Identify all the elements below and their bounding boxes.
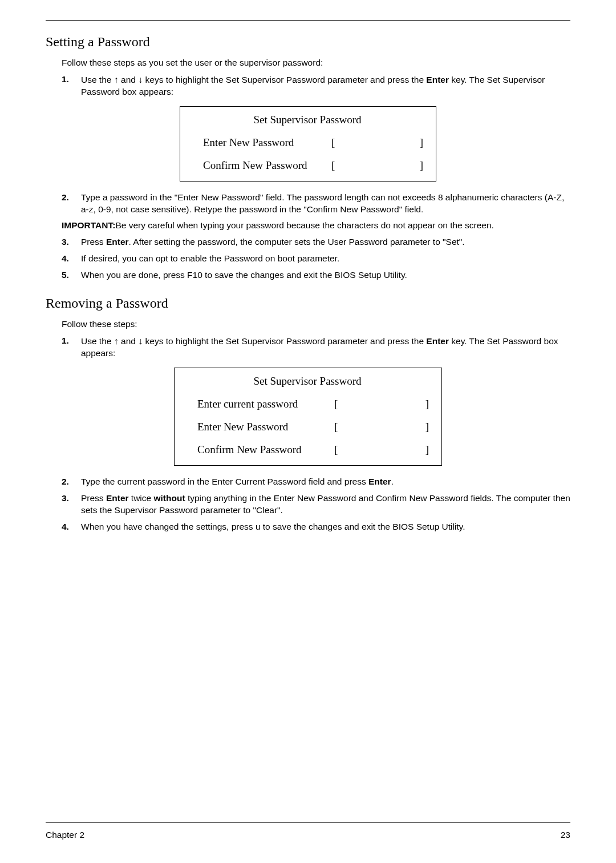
s2-step-4: 4. When you have changed the settings, p… (62, 521, 570, 533)
dialog-row-confirm-new: Confirm New Password [ ] (197, 443, 429, 456)
s2-step-3: 3. Press Enter twice without typing anyt… (62, 493, 570, 517)
step-number: 1. (62, 335, 79, 360)
heading-setting-password: Setting a Password (46, 34, 570, 50)
step-number: 4. (62, 521, 79, 533)
step-number: 2. (62, 192, 79, 216)
intro-removing: Follow these steps: (62, 319, 570, 329)
step-body: Use the ↑ and ↓ keys to highlight the Se… (81, 335, 570, 360)
enter-key: Enter (106, 237, 129, 247)
dialog-row-enter-new: Enter New Password [ ] (203, 136, 423, 149)
important-note: IMPORTANT:Be very careful when typing yo… (62, 220, 570, 231)
step-number: 2. (62, 476, 79, 488)
step-body: Type a password in the "Enter New Passwo… (81, 192, 570, 216)
bracket-close-icon: ] (416, 159, 423, 172)
bottom-rule (46, 822, 570, 823)
s1-step-4: 4. If desired, you can opt to enable the… (62, 253, 570, 265)
intro-setting: Follow these steps as you set the user o… (62, 58, 570, 68)
s1-step-5: 5. When you are done, press F10 to save … (62, 269, 570, 281)
page-footer: Chapter 2 23 (46, 811, 570, 840)
step-number: 4. (62, 253, 79, 265)
dialog-title: Set Supervisor Password (186, 375, 429, 388)
footer-chapter: Chapter 2 (46, 830, 84, 840)
step-body: If desired, you can opt to enable the Pa… (81, 253, 570, 265)
dialog-row-enter-new: Enter New Password [ ] (197, 421, 429, 433)
s1-step-1: 1. Use the ↑ and ↓ keys to highlight the… (62, 74, 570, 98)
step-number: 3. (62, 236, 79, 248)
bracket-open-icon: [ (334, 443, 346, 456)
s1-step-3: 3. Press Enter. After setting the passwo… (62, 236, 570, 248)
dialog-label: Confirm New Password (197, 443, 334, 456)
enter-key: Enter (368, 477, 391, 486)
set-supervisor-password-dialog-1: Set Supervisor Password Enter New Passwo… (180, 106, 436, 182)
step-body: Press Enter. After setting the password,… (81, 236, 570, 248)
s2-step-2: 2. Type the current password in the Ente… (62, 476, 570, 488)
dialog-row-current: Enter current password [ ] (197, 398, 429, 410)
bracket-open-icon: [ (334, 398, 346, 410)
s1-step-2: 2. Type a password in the "Enter New Pas… (62, 192, 570, 216)
dialog-title: Set Supervisor Password (192, 114, 423, 126)
step-number: 5. (62, 269, 79, 281)
enter-key: Enter (426, 336, 449, 346)
bracket-open-icon: [ (331, 136, 343, 149)
bracket-close-icon: ] (416, 136, 423, 149)
bracket-close-icon: ] (422, 398, 429, 410)
dialog-label: Enter current password (197, 398, 334, 410)
step-body: When you are done, press F10 to save the… (81, 269, 570, 281)
step-body: Use the ↑ and ↓ keys to highlight the Se… (81, 74, 570, 98)
step-body: Type the current password in the Enter C… (81, 476, 570, 488)
s2-step-1: 1. Use the ↑ and ↓ keys to highlight the… (62, 335, 570, 360)
step-number: 3. (62, 493, 79, 517)
up-arrow-icon: ↑ (114, 75, 119, 84)
heading-removing-password: Removing a Password (46, 296, 570, 311)
dialog-label: Enter New Password (197, 421, 334, 433)
dialog-label: Enter New Password (203, 136, 331, 149)
up-arrow-icon: ↑ (114, 336, 119, 346)
bracket-open-icon: [ (334, 421, 346, 433)
top-rule (46, 20, 570, 21)
bracket-open-icon: [ (331, 159, 343, 172)
important-label: IMPORTANT: (62, 220, 115, 230)
enter-key: Enter (106, 493, 129, 503)
footer-page-number: 23 (561, 830, 570, 840)
bracket-close-icon: ] (422, 421, 429, 433)
enter-key: Enter (426, 75, 449, 84)
set-supervisor-password-dialog-2: Set Supervisor Password Enter current pa… (174, 368, 442, 466)
step-body: When you have changed the settings, pres… (81, 521, 570, 533)
step-number: 1. (62, 74, 79, 98)
dialog-row-confirm-new: Confirm New Password [ ] (203, 159, 423, 172)
bracket-close-icon: ] (422, 443, 429, 456)
step-body: Press Enter twice without typing anythin… (81, 493, 570, 517)
dialog-label: Confirm New Password (203, 159, 331, 172)
without-bold: without (154, 493, 185, 503)
